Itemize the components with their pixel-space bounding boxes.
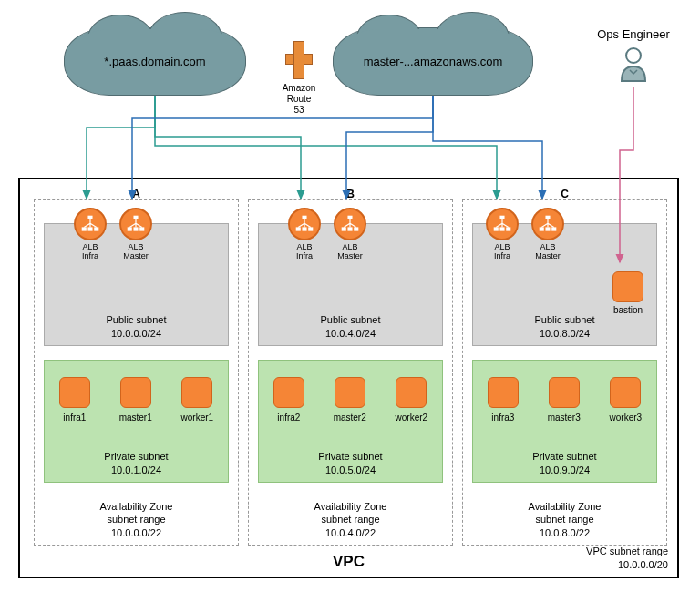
public-subnet-a: ALBInfra ALBMaster Public subnet10.0.0.0… (44, 223, 229, 346)
vpc-range-label: VPC subnet range (586, 546, 668, 556)
private-subnet-c: infra3 master3 worker3 Private subnet10.… (472, 360, 657, 483)
az-range: 10.0.8.0/22 (540, 527, 590, 538)
svg-point-0 (626, 48, 641, 63)
instance-icon (120, 377, 151, 408)
node-worker: worker1 (181, 377, 214, 423)
svg-rect-11 (302, 227, 306, 230)
svg-rect-1 (88, 216, 92, 219)
cloud2-text: master-...amazonaws.com (364, 55, 502, 68)
node-infra: infra3 (488, 377, 519, 423)
svg-rect-12 (308, 227, 313, 230)
alb-infra: ALBInfra (72, 208, 108, 261)
availability-zone-a: A ALBInfra ALBMaster (34, 199, 239, 546)
svg-rect-13 (347, 216, 352, 219)
pubnet-label: Public subnet (106, 314, 166, 325)
svg-rect-24 (551, 227, 556, 230)
svg-rect-9 (302, 216, 306, 219)
instance-icon (612, 271, 643, 302)
alb-l2: Infra (82, 251, 98, 260)
svg-rect-4 (94, 227, 98, 230)
pubnet-cidr: 10.0.0.0/24 (111, 328, 161, 339)
svg-rect-15 (347, 227, 352, 230)
node-label: worker2 (396, 413, 428, 423)
route53-icon (285, 41, 313, 79)
svg-rect-19 (499, 227, 504, 230)
svg-rect-7 (133, 227, 138, 230)
svg-rect-2 (82, 227, 87, 230)
privnet-cidr: 10.0.9.0/24 (540, 464, 590, 475)
instance-icon (59, 377, 90, 408)
svg-rect-16 (354, 227, 358, 230)
node-infra: infra2 (273, 377, 304, 423)
alb-master: ALBMaster (332, 208, 368, 261)
load-balancer-icon (119, 208, 152, 240)
az-range-label: subnet range (321, 514, 379, 525)
node-worker: worker3 (610, 377, 643, 423)
az-letter: C (561, 188, 569, 200)
private-subnet-b: infra2 master2 worker2 Private subnet10.… (258, 360, 443, 483)
privnet-label: Private subnet (532, 451, 596, 462)
instance-icon (488, 377, 519, 408)
svg-rect-23 (545, 227, 550, 230)
ops-engineer: Ops Engineer (592, 27, 674, 86)
svg-rect-21 (545, 216, 550, 219)
az-label: Availability Zone (314, 501, 387, 512)
instance-icon (273, 377, 304, 408)
load-balancer-icon (334, 208, 366, 240)
instance-icon (610, 377, 641, 408)
load-balancer-icon (531, 208, 564, 240)
alb-l2: Master (123, 251, 149, 260)
private-subnet-a: infra1 master1 worker1 Private subnet10.… (44, 360, 229, 483)
pubnet-cidr: 10.0.4.0/24 (325, 328, 376, 339)
alb-infra: ALBInfra (286, 208, 323, 261)
az-label: Availability Zone (100, 501, 173, 512)
route53-block: Amazon Route 53 (281, 41, 317, 116)
az-letter: B (346, 188, 355, 200)
user-icon (618, 46, 649, 83)
node-infra: infra1 (59, 377, 90, 423)
az-range: 10.0.4.0/22 (325, 527, 376, 538)
alb-l1: ALB (128, 242, 143, 251)
node-label: master3 (548, 413, 581, 423)
svg-rect-22 (540, 227, 544, 230)
instance-icon (181, 377, 212, 408)
route53-label-1: Amazon (283, 83, 316, 93)
alb-l2: Infra (296, 251, 313, 260)
node-label: infra2 (273, 413, 304, 423)
pubnet-cidr: 10.0.8.0/24 (540, 328, 590, 339)
node-label: worker1 (181, 413, 214, 423)
instance-icon (396, 377, 427, 408)
availability-zone-c: C ALBInfra ALBMaster (462, 199, 667, 546)
az-range: 10.0.0.0/22 (111, 527, 161, 538)
load-balancer-icon (486, 208, 519, 240)
vpc-range-value: 10.0.0.0/20 (618, 559, 668, 570)
node-label: master1 (119, 413, 152, 423)
alb-infra: ALBInfra (484, 208, 520, 261)
cloud-master-domain: master-...amazonaws.com (333, 27, 533, 96)
public-subnet-b: ALBInfra ALBMaster Public subnet10.0.4.0… (258, 223, 443, 346)
alb-l2: Master (337, 251, 363, 260)
svg-rect-6 (128, 227, 132, 230)
svg-rect-3 (88, 227, 92, 230)
privnet-label: Private subnet (104, 451, 168, 462)
cloud-wildcard-domain: *.paas.domain.com (64, 27, 246, 96)
node-master: master3 (548, 377, 581, 423)
load-balancer-icon (288, 208, 321, 240)
alb-l1: ALB (296, 242, 312, 251)
node-label: infra3 (488, 413, 519, 423)
public-subnet-c: ALBInfra ALBMaster bastion Public subnet… (472, 223, 657, 346)
bastion-host: bastion (612, 271, 643, 315)
node-label: worker3 (610, 413, 643, 423)
privnet-label: Private subnet (318, 451, 382, 462)
alb-l1: ALB (82, 242, 98, 251)
availability-zone-b: B ALBInfra ALBMaster (248, 199, 453, 546)
alb-l2: Master (535, 251, 561, 260)
instance-icon (549, 377, 580, 408)
cloud1-text: *.paas.domain.com (104, 55, 205, 68)
svg-rect-10 (296, 227, 301, 230)
diagram-canvas: *.paas.domain.com master-...amazonaws.co… (0, 0, 700, 592)
alb-master: ALBMaster (118, 208, 154, 261)
svg-rect-17 (499, 216, 504, 219)
node-label: master2 (334, 413, 366, 423)
vpc-subnet-range: VPC subnet range 10.0.0.0/20 (586, 545, 668, 571)
